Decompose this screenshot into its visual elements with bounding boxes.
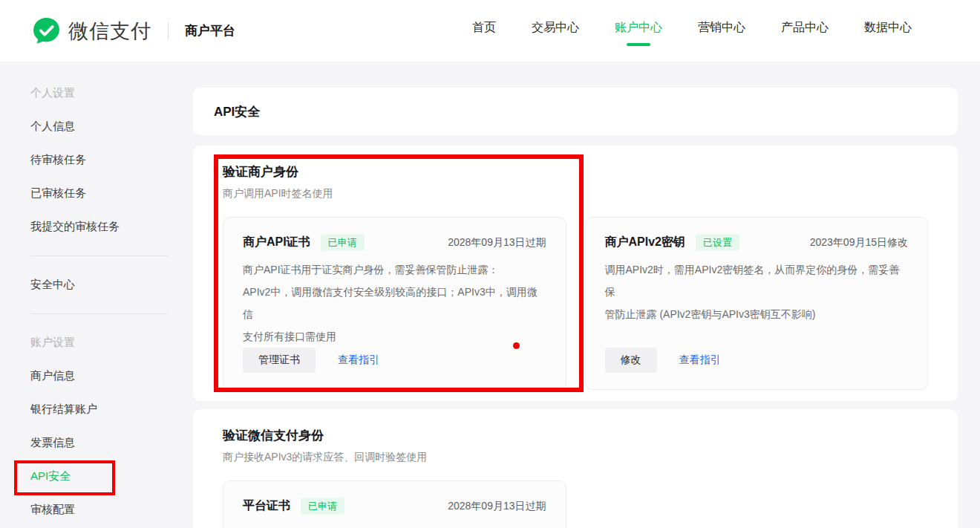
nav-item-marketing-center[interactable]: 营销中心 [698, 16, 745, 46]
status-badge: 已设置 [696, 234, 739, 251]
section-subtitle: 商户接收APIv3的请求应答、回调时验签使用 [223, 451, 928, 464]
panel-title: 商户API证书 [243, 235, 310, 250]
nav-item-data-center[interactable]: 数据中心 [864, 16, 912, 46]
description-line: 调用APIv2时，需用APIv2密钥签名，从而界定你的身份，需妥善保 [605, 258, 909, 303]
sidebar-group-personal-settings: 个人设置 个人信息 待审核任务 已审核任务 我提交的审核任务 [0, 76, 178, 244]
sidebar-item-personal-info[interactable]: 个人信息 [0, 110, 178, 143]
panel-description: 调用APIv2时，需用APIv2密钥签名，从而界定你的身份，需妥善保 管防止泄露… [605, 258, 909, 325]
sidebar-item-bank-settlement-account[interactable]: 银行结算账户 [0, 393, 178, 426]
sidebar-group-header-account-settings: 账户设置 [0, 326, 178, 359]
expiry-date: 2028年09月13日过期 [448, 500, 546, 513]
sidebar-item-api-security[interactable]: API安全 [0, 460, 178, 493]
nav-item-account-center[interactable]: 账户中心 [615, 16, 662, 46]
sidebar: 个人设置 个人信息 待审核任务 已审核任务 我提交的审核任务 安全中心 账户设置… [0, 62, 178, 527]
panel-title: 商户APIv2密钥 [605, 235, 685, 250]
status-badge: 已申请 [321, 234, 365, 251]
view-guide-link[interactable]: 查看指引 [338, 353, 379, 367]
section-merchant-identity: 验证商户身份 商户调用API时签名使用 商户API证书 已申请 2028年09月… [193, 146, 958, 401]
expiry-date: 2028年09月13日过期 [448, 236, 546, 250]
description-line: 管防止泄露 (APIv2密钥与APIv3密钥互不影响) [605, 303, 909, 325]
modify-button[interactable]: 修改 [605, 348, 657, 373]
page-title-card: API安全 [193, 88, 958, 135]
sidebar-item-merchant-info[interactable]: 商户信息 [0, 359, 178, 393]
page: 微信支付 商户平台 首页 交易中心 账户中心 营销中心 产品中心 数据中心 个人… [0, 0, 980, 528]
logo-divider [168, 22, 169, 40]
sidebar-item-review-config[interactable]: 审核配置 [0, 493, 178, 527]
panel-grid: 平台证书 已申请 2028年09月13日过期 [223, 480, 928, 528]
section-subtitle: 商户调用API时签名使用 [223, 187, 928, 201]
sidebar-group-security: 安全中心 [0, 268, 178, 302]
modified-date: 2023年09月15日修改 [810, 236, 908, 250]
sidebar-item-security-center[interactable]: 安全中心 [0, 268, 178, 302]
panel-grid: 商户API证书 已申请 2028年09月13日过期 商户API证书用于证实商户身… [223, 217, 928, 390]
description-line: APIv2中，调用微信支付安全级别较高的接口；APIv3中，调用微信 [243, 281, 546, 325]
view-guide-link[interactable]: 查看指引 [679, 353, 721, 367]
nav-item-product-center[interactable]: 产品中心 [781, 16, 829, 46]
header: 微信支付 商户平台 首页 交易中心 账户中心 营销中心 产品中心 数据中心 [0, 0, 980, 62]
description-line: 商户API证书用于证实商户身份，需妥善保管防止泄露： [243, 258, 546, 281]
sidebar-item-pending-review-tasks[interactable]: 待审核任务 [0, 143, 178, 177]
portal-label: 商户平台 [185, 22, 235, 39]
panel-description: 商户API证书用于证实商户身份，需妥善保管防止泄露： APIv2中，调用微信支付… [243, 258, 546, 348]
logo: 微信支付 商户平台 [33, 17, 235, 45]
card-merchant-apiv2-key: 商户APIv2密钥 已设置 2023年09月15日修改 调用APIv2时，需用A… [585, 217, 929, 390]
sidebar-item-invoice-info[interactable]: 发票信息 [0, 426, 178, 460]
panel-title-row: 商户APIv2密钥 已设置 2023年09月15日修改 [605, 234, 909, 251]
nav-item-transaction-center[interactable]: 交易中心 [532, 16, 579, 46]
manage-cert-button[interactable]: 管理证书 [243, 348, 316, 373]
section-wechatpay-identity: 验证微信支付身份 商户接收APIv3的请求应答、回调时验签使用 平台证书 已申请… [193, 409, 958, 528]
page-title: API安全 [214, 103, 260, 120]
description-line: 支付所有接口需使用 [243, 325, 546, 348]
sidebar-item-my-submitted-review-tasks[interactable]: 我提交的审核任务 [0, 210, 178, 244]
panel-title-row: 平台证书 已申请 2028年09月13日过期 [243, 498, 546, 515]
section-title: 验证微信支付身份 [223, 427, 928, 444]
card-merchant-api-cert: 商户API证书 已申请 2028年09月13日过期 商户API证书用于证实商户身… [223, 217, 566, 390]
sidebar-group-header-personal-settings: 个人设置 [0, 76, 178, 110]
sidebar-divider [30, 313, 169, 314]
logo-text: 微信支付 [68, 18, 151, 45]
wechat-pay-logo-icon [33, 17, 60, 45]
panel-title-row: 商户API证书 已申请 2028年09月13日过期 [243, 234, 546, 251]
nav-item-home[interactable]: 首页 [472, 16, 496, 46]
card-platform-cert: 平台证书 已申请 2028年09月13日过期 [223, 480, 566, 528]
panel-actions: 管理证书 查看指引 [243, 348, 546, 373]
sidebar-group-account-settings: 账户设置 商户信息 银行结算账户 发票信息 API安全 审核配置 [0, 326, 178, 527]
sidebar-item-reviewed-tasks[interactable]: 已审核任务 [0, 177, 178, 210]
panel-actions: 修改 查看指引 [605, 348, 909, 373]
sidebar-divider [30, 255, 169, 256]
top-nav: 首页 交易中心 账户中心 营销中心 产品中心 数据中心 [472, 16, 912, 46]
panel-title: 平台证书 [243, 498, 290, 514]
section-title: 验证商户身份 [223, 163, 928, 180]
status-badge: 已申请 [301, 498, 344, 515]
